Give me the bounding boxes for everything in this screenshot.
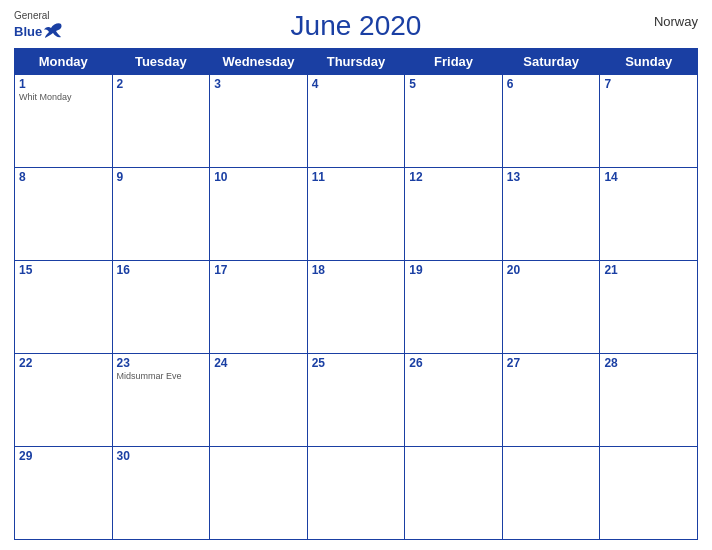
calendar-day-cell	[210, 447, 308, 540]
calendar-day-cell: 1Whit Monday	[15, 75, 113, 168]
day-number: 5	[409, 77, 498, 91]
col-friday: Friday	[405, 49, 503, 75]
calendar-day-cell: 11	[307, 168, 405, 261]
calendar-week-row: 15161718192021	[15, 261, 698, 354]
calendar-day-cell: 28	[600, 354, 698, 447]
calendar-day-cell: 13	[502, 168, 600, 261]
calendar-day-cell: 30	[112, 447, 210, 540]
country-label: Norway	[654, 14, 698, 29]
logo: General Blue	[14, 10, 65, 40]
col-saturday: Saturday	[502, 49, 600, 75]
day-number: 8	[19, 170, 108, 184]
day-number: 28	[604, 356, 693, 370]
day-number: 19	[409, 263, 498, 277]
calendar-week-row: 2223Midsummar Eve2425262728	[15, 354, 698, 447]
day-number: 11	[312, 170, 401, 184]
day-number: 4	[312, 77, 401, 91]
day-number: 29	[19, 449, 108, 463]
calendar-day-cell: 12	[405, 168, 503, 261]
holiday-label: Midsummar Eve	[117, 371, 206, 381]
col-wednesday: Wednesday	[210, 49, 308, 75]
col-tuesday: Tuesday	[112, 49, 210, 75]
calendar-day-cell: 14	[600, 168, 698, 261]
day-number: 16	[117, 263, 206, 277]
calendar-day-cell: 23Midsummar Eve	[112, 354, 210, 447]
calendar-day-cell	[502, 447, 600, 540]
calendar-day-cell: 22	[15, 354, 113, 447]
calendar-week-row: 2930	[15, 447, 698, 540]
page: General Blue June 2020 Norway Monday Tue…	[0, 0, 712, 550]
calendar-day-cell: 27	[502, 354, 600, 447]
logo-general: General	[14, 10, 65, 22]
day-number: 30	[117, 449, 206, 463]
col-sunday: Sunday	[600, 49, 698, 75]
day-number: 12	[409, 170, 498, 184]
day-number: 25	[312, 356, 401, 370]
holiday-label: Whit Monday	[19, 92, 108, 102]
calendar-day-cell: 10	[210, 168, 308, 261]
calendar-table: Monday Tuesday Wednesday Thursday Friday…	[14, 48, 698, 540]
day-number: 17	[214, 263, 303, 277]
logo-bird-icon	[43, 22, 65, 40]
calendar-day-cell: 19	[405, 261, 503, 354]
calendar-day-cell: 18	[307, 261, 405, 354]
header: General Blue June 2020 Norway	[14, 10, 698, 42]
day-number: 18	[312, 263, 401, 277]
day-number: 27	[507, 356, 596, 370]
calendar-day-cell: 17	[210, 261, 308, 354]
calendar-day-cell: 29	[15, 447, 113, 540]
calendar-day-cell	[405, 447, 503, 540]
day-number: 22	[19, 356, 108, 370]
calendar-day-cell: 25	[307, 354, 405, 447]
calendar-day-cell	[600, 447, 698, 540]
day-number: 2	[117, 77, 206, 91]
calendar-week-row: 891011121314	[15, 168, 698, 261]
logo-blue-text: Blue	[14, 25, 42, 38]
day-number: 20	[507, 263, 596, 277]
day-number: 3	[214, 77, 303, 91]
day-number: 24	[214, 356, 303, 370]
calendar-day-cell: 24	[210, 354, 308, 447]
day-number: 26	[409, 356, 498, 370]
calendar-day-cell: 8	[15, 168, 113, 261]
day-number: 1	[19, 77, 108, 91]
page-title: June 2020	[291, 10, 422, 42]
day-number: 7	[604, 77, 693, 91]
calendar-day-cell: 2	[112, 75, 210, 168]
col-thursday: Thursday	[307, 49, 405, 75]
calendar-day-cell: 4	[307, 75, 405, 168]
calendar-day-cell: 3	[210, 75, 308, 168]
calendar-day-cell: 16	[112, 261, 210, 354]
calendar-day-cell: 26	[405, 354, 503, 447]
calendar-day-cell: 21	[600, 261, 698, 354]
day-number: 6	[507, 77, 596, 91]
day-number: 10	[214, 170, 303, 184]
day-number: 21	[604, 263, 693, 277]
calendar-day-cell: 6	[502, 75, 600, 168]
calendar-day-cell: 20	[502, 261, 600, 354]
calendar-day-cell: 7	[600, 75, 698, 168]
calendar-day-cell: 5	[405, 75, 503, 168]
day-number: 23	[117, 356, 206, 370]
day-number: 13	[507, 170, 596, 184]
day-number: 15	[19, 263, 108, 277]
col-monday: Monday	[15, 49, 113, 75]
calendar-day-cell: 9	[112, 168, 210, 261]
weekday-header-row: Monday Tuesday Wednesday Thursday Friday…	[15, 49, 698, 75]
calendar-day-cell	[307, 447, 405, 540]
calendar-day-cell: 15	[15, 261, 113, 354]
day-number: 14	[604, 170, 693, 184]
day-number: 9	[117, 170, 206, 184]
calendar-week-row: 1Whit Monday234567	[15, 75, 698, 168]
